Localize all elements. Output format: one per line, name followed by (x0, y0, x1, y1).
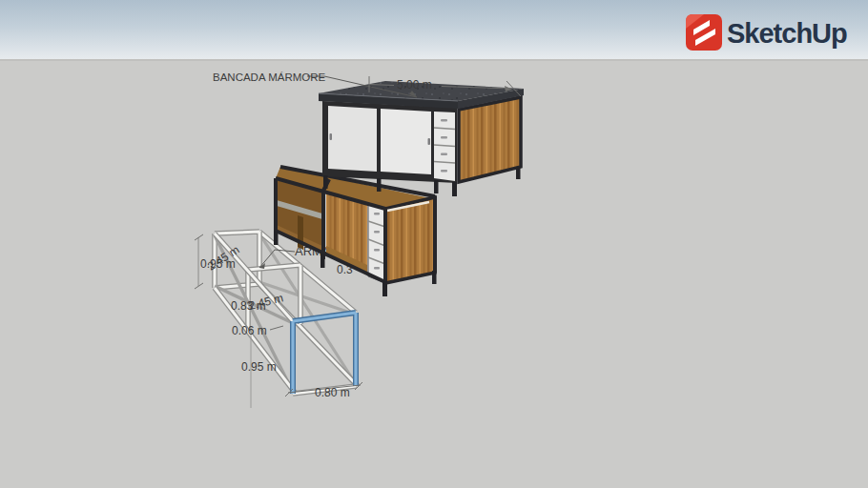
sketchup-3d-viewer: 0.95 m 2.45 m 0.83 m 2.45 m 0.06 m 0.95 … (0, 0, 868, 488)
door-handle (428, 138, 431, 145)
bancada-door-right (381, 109, 431, 174)
bancada-wood-side-panel (459, 97, 521, 182)
viewport-canvas[interactable]: 0.95 m 2.45 m 0.83 m 2.45 m 0.06 m 0.95 … (0, 0, 868, 488)
dim-leader-tube (270, 326, 283, 330)
sketchup-logo: SketchUp (686, 14, 847, 51)
door-handle (330, 133, 333, 140)
dim-height-front: 0.95 m (241, 360, 277, 374)
sketchup-logo-text: SketchUp (727, 18, 847, 49)
bancada-door-left (328, 106, 377, 172)
dim-tube: 0.06 m (232, 324, 267, 337)
dim-width-front: 0.80 m (315, 386, 350, 399)
bancada-label: BANCADA MÁRMORE (213, 71, 326, 83)
dim-bancada-length: 5.00 m (397, 78, 432, 92)
